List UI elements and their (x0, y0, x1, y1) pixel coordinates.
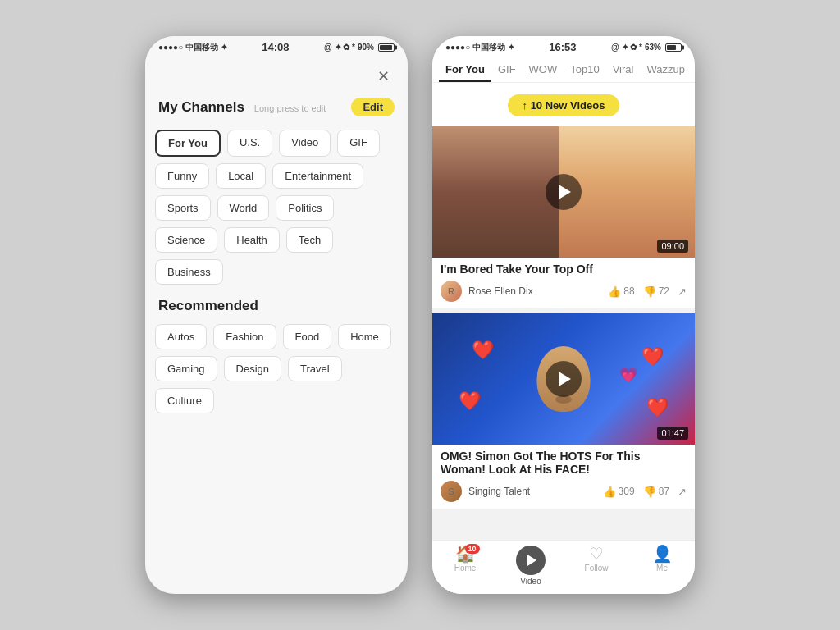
share-icon-1[interactable]: ↗ (678, 285, 687, 298)
video-play-icon (527, 555, 536, 566)
channel-politics[interactable]: Politics (276, 195, 334, 221)
left-time: 14:08 (262, 41, 289, 53)
long-press-hint: Long press to edit (254, 103, 326, 113)
nav-me[interactable]: 👤 Me (629, 546, 695, 586)
battery-percent: 90% (358, 43, 374, 52)
nav-home-label: Home (454, 564, 477, 573)
right-time: 16:53 (549, 41, 576, 53)
like-group-1[interactable]: 👍 88 (608, 285, 634, 298)
tabs-bar: For You GIF WOW Top10 Viral Wazzup Pop (432, 57, 695, 83)
channel-gaming[interactable]: Gaming (155, 356, 217, 381)
video-actions-2: 👍 309 👎 87 ↗ (603, 486, 687, 498)
channels-title-row: My Channels Long press to edit Edit (145, 94, 408, 126)
signal-icon: @ ✦ ✿ * (324, 43, 355, 52)
follow-icon: ♡ (589, 546, 604, 562)
channel-home[interactable]: Home (338, 324, 391, 349)
dislike-group-1[interactable]: 👎 72 (643, 285, 669, 298)
channel-funny[interactable]: Funny (155, 163, 209, 189)
left-status-bar: ●●●●○ 中国移动 ✦ 14:08 @ ✦ ✿ * 90% (145, 36, 408, 57)
left-screen: ●●●●○ 中国移动 ✦ 14:08 @ ✦ ✿ * 90% ✕ My Chan… (145, 36, 408, 594)
tab-pop[interactable]: Pop (692, 57, 695, 82)
channel-name-1: Rose Ellen Dix (468, 285, 601, 297)
channel-autos[interactable]: Autos (155, 324, 207, 349)
video-title-1: I'm Bored Take Your Top Off (432, 258, 695, 279)
phones-container: ●●●●○ 中国移动 ✦ 14:08 @ ✦ ✿ * 90% ✕ My Chan… (129, 20, 711, 610)
play-icon-1 (559, 185, 571, 199)
channel-health[interactable]: Health (224, 227, 280, 253)
channel-design[interactable]: Design (224, 356, 281, 381)
right-battery-fill (667, 45, 676, 50)
channels-header: ✕ (145, 57, 408, 94)
tab-for-you[interactable]: For You (439, 57, 491, 82)
new-videos-banner[interactable]: ↑ 10 New Videos (508, 94, 620, 116)
right-signal-icon: @ ✦ ✿ * (611, 43, 642, 52)
video-meta-2: S Singing Talent 👍 309 👎 87 ↗ (432, 479, 695, 509)
avatar-2: S (441, 481, 462, 502)
close-button[interactable]: ✕ (372, 65, 395, 88)
video-title-2: OMG! Simon Got The HOTS For This Woman! … (432, 445, 695, 479)
right-status-bar: ●●●●○ 中国移动 ✦ 16:53 @ ✦ ✿ * 63% (432, 36, 695, 57)
video-feed: 09:00 I'm Bored Take Your Top Off R Rose… (432, 126, 695, 540)
nav-video[interactable]: Video (498, 546, 564, 586)
left-carrier: ●●●●○ 中国移动 ✦ (158, 42, 227, 53)
video-nav-btn (516, 546, 546, 575)
nav-me-label: Me (656, 564, 668, 573)
video-card-2[interactable]: ❤️ ❤️ ❤️ ❤️ 💗 01:47 OMG! Simon Got (432, 313, 695, 509)
video-thumbnail-1[interactable]: 09:00 (432, 126, 695, 258)
channel-name-2: Singing Talent (468, 486, 596, 497)
channel-gif[interactable]: GIF (337, 130, 380, 157)
heart-icon-bl: ❤️ (459, 390, 481, 412)
tab-wazzup[interactable]: Wazzup (640, 57, 691, 82)
channel-video[interactable]: Video (279, 130, 331, 157)
like-count-2: 309 (619, 486, 635, 497)
right-screen: ●●●●○ 中国移动 ✦ 16:53 @ ✦ ✿ * 63% For You G… (432, 36, 695, 594)
channel-fashion[interactable]: Fashion (213, 324, 276, 349)
right-icons: @ ✦ ✿ * 63% (611, 43, 682, 52)
recommended-grid: Autos Fashion Food Home Gaming Design Tr… (145, 321, 408, 417)
tab-gif[interactable]: GIF (491, 57, 523, 82)
dislike-count-2: 87 (659, 486, 669, 497)
channel-culture[interactable]: Culture (155, 388, 214, 413)
nav-follow[interactable]: ♡ Follow (564, 546, 629, 586)
channel-tech[interactable]: Tech (286, 227, 333, 253)
video-thumbnail-2[interactable]: ❤️ ❤️ ❤️ ❤️ 💗 01:47 (432, 313, 695, 445)
channel-sports[interactable]: Sports (155, 195, 211, 221)
edit-button[interactable]: Edit (351, 98, 395, 116)
left-icons: @ ✦ ✿ * 90% (324, 43, 395, 52)
channel-food[interactable]: Food (283, 324, 332, 349)
recommended-label: Recommended (145, 288, 408, 321)
heart-icon-br: ❤️ (646, 397, 669, 418)
tab-wow[interactable]: WOW (523, 57, 564, 82)
duration-badge-1: 09:00 (657, 240, 688, 253)
home-badge: 10 (465, 544, 480, 554)
like-group-2[interactable]: 👍 309 (603, 486, 635, 498)
duration-badge-2: 01:47 (657, 427, 688, 440)
channel-local[interactable]: Local (216, 163, 266, 189)
right-battery-icon (665, 43, 682, 52)
share-icon-2[interactable]: ↗ (678, 486, 687, 498)
right-battery-percent: 63% (645, 43, 661, 52)
like-count-1: 88 (623, 285, 634, 297)
nav-follow-label: Follow (585, 564, 609, 573)
video-actions-1: 👍 88 👎 72 ↗ (608, 285, 687, 298)
channel-for-you[interactable]: For You (155, 130, 221, 157)
heart-icon-tr: ❤️ (641, 346, 664, 368)
dislike-count-1: 72 (659, 285, 669, 297)
dislike-group-2[interactable]: 👎 87 (643, 486, 669, 498)
play-button-1[interactable] (546, 174, 582, 210)
channel-us[interactable]: U.S. (227, 130, 272, 157)
right-phone: ●●●●○ 中国移动 ✦ 16:53 @ ✦ ✿ * 63% For You G… (432, 36, 695, 594)
channel-travel[interactable]: Travel (288, 356, 342, 381)
channel-science[interactable]: Science (155, 227, 217, 253)
channels-title: My Channels (158, 99, 244, 116)
channel-entertainment[interactable]: Entertainment (272, 163, 363, 189)
tab-viral[interactable]: Viral (606, 57, 641, 82)
video-card-1[interactable]: 09:00 I'm Bored Take Your Top Off R Rose… (432, 126, 695, 308)
battery-fill (380, 45, 392, 50)
tab-top10[interactable]: Top10 (564, 57, 605, 82)
channel-business[interactable]: Business (155, 259, 223, 285)
play-button-2[interactable] (546, 361, 582, 397)
nav-home[interactable]: 10 🏠 Home (432, 546, 498, 586)
bottom-nav: 10 🏠 Home Video ♡ Follow 👤 Me (432, 540, 695, 594)
channel-world[interactable]: World (217, 195, 270, 221)
